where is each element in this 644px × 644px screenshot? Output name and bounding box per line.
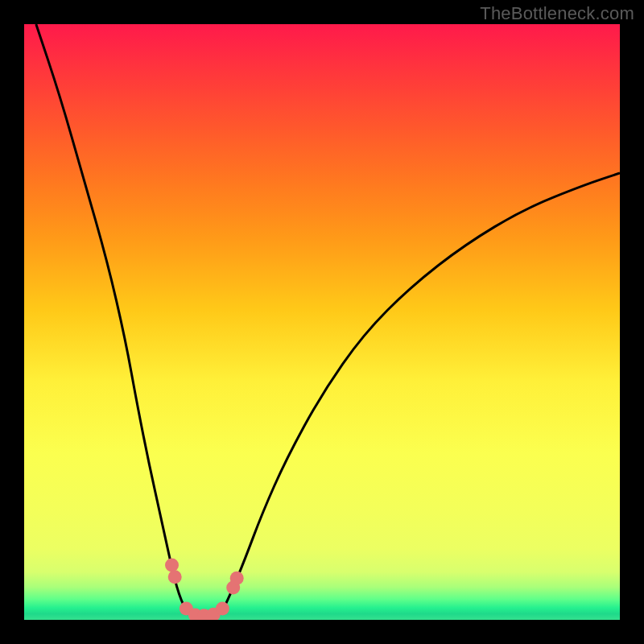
bottleneck-curve [24,24,620,620]
curve-marker [168,570,182,584]
curve-marker [230,572,244,585]
curve-marker [165,558,179,572]
frame: TheBottleneck.com [0,0,644,644]
watermark-text: TheBottleneck.com [480,3,634,24]
plot-area [24,24,620,620]
curve-line [36,24,620,620]
curve-marker [216,601,229,615]
